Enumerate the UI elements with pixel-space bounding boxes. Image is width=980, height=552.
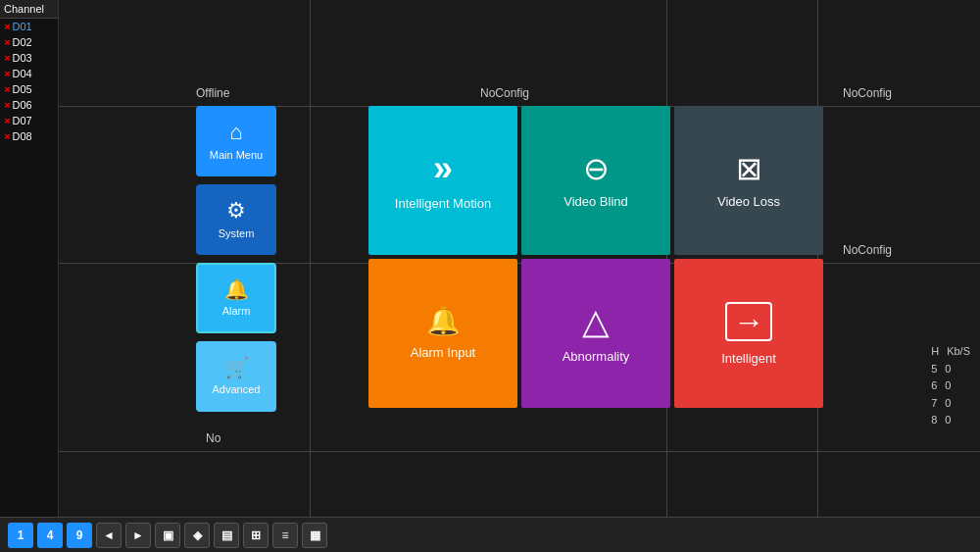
- intelligent-icon: →: [725, 302, 772, 341]
- intelligent-motion-tile[interactable]: » Intelligent Motion: [368, 106, 517, 255]
- alarm-input-label: Alarm Input: [411, 345, 475, 360]
- video-loss-tile[interactable]: ⊠ Video Loss: [674, 106, 823, 255]
- toolbar-config-button[interactable]: ▦: [302, 523, 327, 548]
- stats-val-8: 0: [945, 412, 951, 429]
- alarm-input-icon: 🔔: [426, 308, 461, 335]
- alarm-input-tile[interactable]: 🔔 Alarm Input: [368, 259, 517, 408]
- intelligent-motion-label: Intelligent Motion: [395, 196, 491, 211]
- stats-header-row: H Kb/S: [931, 343, 970, 361]
- stats-val-6: 0: [945, 377, 951, 395]
- stats-val-7: 0: [945, 395, 951, 413]
- system-label: System: [219, 227, 255, 239]
- channel-x-icon: ×: [4, 99, 10, 111]
- noconfig-label-3: NoConfig: [843, 243, 892, 257]
- toolbar-next-button[interactable]: ►: [125, 523, 151, 548]
- sidebar-item-d03[interactable]: × D03: [0, 50, 58, 66]
- abnormality-icon: △: [582, 304, 610, 339]
- advanced-icon: 🛒: [224, 358, 249, 377]
- toolbar-grid-button[interactable]: ⊞: [243, 523, 269, 548]
- advanced-label: Advanced: [213, 383, 261, 395]
- toolbar-layout-button[interactable]: ▤: [214, 523, 239, 548]
- sidebar-item-d01[interactable]: × D01: [0, 19, 58, 34]
- sidebar-item-d08[interactable]: × D08: [0, 128, 58, 144]
- stats-kbs-header: Kb/S: [947, 343, 970, 361]
- channel-name: D06: [12, 99, 31, 111]
- channel-name: D08: [12, 130, 31, 142]
- stats-row-7: 7 0: [931, 395, 970, 413]
- gear-icon: ⚙: [226, 200, 246, 222]
- channel-name: D01: [12, 21, 31, 32]
- no-label-2: No: [206, 431, 220, 445]
- stats-row-5: 5 0: [931, 361, 970, 378]
- toolbar-fullscreen-button[interactable]: ▣: [155, 523, 180, 548]
- video-blind-tile[interactable]: ⊖ Video Blind: [521, 106, 670, 255]
- channel-name: D05: [12, 83, 31, 95]
- sidebar-header: Channel: [0, 0, 58, 19]
- channel-x-icon: ×: [4, 130, 10, 142]
- stats-ch-6: 6: [931, 377, 937, 395]
- channel-name: D04: [12, 68, 31, 79]
- motion-icon: »: [433, 151, 453, 186]
- alert-grid: » Intelligent Motion ⊖ Video Blind ⊠ Vid…: [368, 106, 823, 408]
- toolbar: 1 4 9 ◄ ► ▣ ◈ ▤ ⊞ ≡ ▦: [0, 517, 980, 552]
- offline-label: Offline: [196, 86, 229, 100]
- alarm-label: Alarm: [222, 305, 251, 317]
- noconfig-label-1: NoConfig: [480, 86, 529, 100]
- video-loss-icon: ⊠: [736, 153, 762, 184]
- sidebar-item-d05[interactable]: × D05: [0, 81, 58, 97]
- channel-name: D07: [12, 115, 31, 126]
- stats-h-header: H: [931, 343, 939, 361]
- stats-ch-5: 5: [931, 361, 937, 378]
- stats-val-5: 0: [945, 361, 951, 378]
- sidebar-item-d06[interactable]: × D06: [0, 97, 58, 113]
- channel-x-icon: ×: [4, 83, 10, 95]
- toolbar-btn-1[interactable]: 1: [8, 523, 33, 548]
- main-menu-label: Main Menu: [210, 149, 263, 161]
- toolbar-list-button[interactable]: ≡: [272, 523, 298, 548]
- menu-panel: ⌂ Main Menu ⚙ System 🔔 Alarm 🛒 Advanced: [196, 106, 284, 412]
- video-loss-label: Video Loss: [717, 194, 780, 209]
- stats-ch-7: 7: [931, 395, 937, 413]
- abnormality-tile[interactable]: △ Abnormality: [521, 259, 670, 408]
- intelligent-label: Intelligent: [721, 351, 776, 366]
- channel-x-icon: ×: [4, 68, 10, 79]
- toolbar-btn-9[interactable]: 9: [67, 523, 92, 548]
- channel-x-icon: ×: [4, 115, 10, 126]
- stats-ch-8: 8: [931, 412, 937, 429]
- abnormality-label: Abnormality: [563, 349, 630, 364]
- advanced-button[interactable]: 🛒 Advanced: [196, 341, 276, 412]
- channel-name: D03: [12, 52, 31, 64]
- sidebar: Channel × D01 × D02 × D03 × D04 × D05 × …: [0, 0, 59, 552]
- main-menu-button[interactable]: ⌂ Main Menu: [196, 106, 276, 176]
- system-button[interactable]: ⚙ System: [196, 184, 276, 255]
- stats-panel: H Kb/S 5 0 6 0 7 0 8 0: [931, 343, 970, 429]
- stats-row-8: 8 0: [931, 412, 970, 429]
- alarm-icon: 🔔: [224, 279, 249, 299]
- stats-row-6: 6 0: [931, 377, 970, 395]
- channel-x-icon: ×: [4, 36, 10, 48]
- toolbar-prev-button[interactable]: ◄: [96, 523, 122, 548]
- toolbar-btn-4[interactable]: 4: [37, 523, 63, 548]
- channel-name: D02: [12, 36, 31, 48]
- noconfig-label-2: NoConfig: [843, 86, 892, 100]
- channel-x-icon: ×: [4, 21, 10, 32]
- main-area: Offline NoConfig NoConfig No NoConfig No…: [59, 0, 980, 552]
- v-line-1: [310, 0, 311, 552]
- sidebar-item-d04[interactable]: × D04: [0, 66, 58, 81]
- alarm-button[interactable]: 🔔 Alarm: [196, 263, 276, 333]
- home-icon: ⌂: [229, 122, 242, 143]
- blind-icon: ⊖: [583, 153, 610, 184]
- channel-x-icon: ×: [4, 52, 10, 64]
- toolbar-zoom-button[interactable]: ◈: [184, 523, 210, 548]
- sidebar-item-d02[interactable]: × D02: [0, 34, 58, 50]
- h-line-3: [59, 451, 980, 452]
- intelligent-tile[interactable]: → Intelligent: [674, 259, 823, 408]
- video-blind-label: Video Blind: [564, 194, 628, 209]
- sidebar-item-d07[interactable]: × D07: [0, 113, 58, 128]
